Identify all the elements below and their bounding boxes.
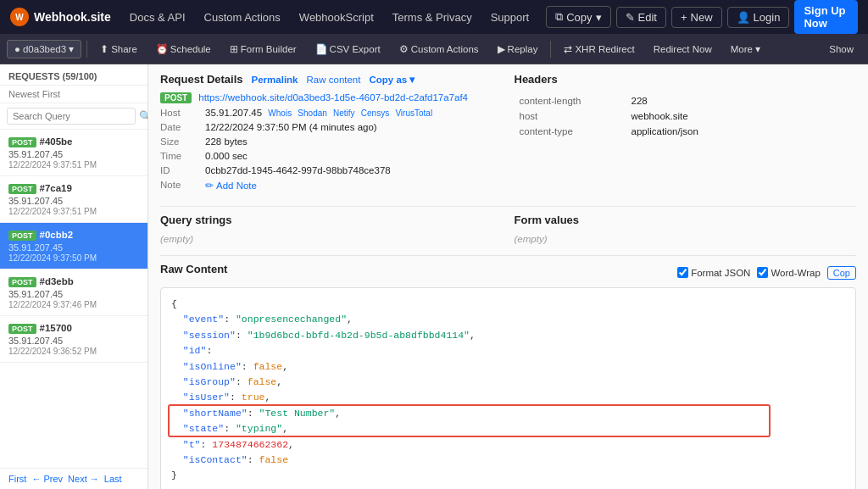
plus-icon: + (681, 11, 687, 24)
query-strings-section: Query strings (empty) (160, 214, 503, 245)
item-ip: 35.91.207.45 (8, 336, 139, 346)
table-row: content-type application/json (516, 125, 855, 138)
add-note-button[interactable]: ✏ Add Note (205, 180, 257, 192)
search-icon: 🔍 (139, 110, 148, 122)
toolbar: ● d0a3bed3 ▾ ⬆ Share ⏰ Schedule ⊞ Form B… (0, 34, 868, 64)
virustotal-link[interactable]: VirusTotal (395, 108, 432, 118)
host-row: Host 35.91.207.45 Whois Shodan Netify Ce… (160, 108, 503, 118)
header-val: 228 (628, 94, 855, 108)
list-item[interactable]: POST#7ca19 35.91.207.45 12/22/2024 9:37:… (0, 176, 147, 223)
chevron-down-icon: ▾ (409, 75, 415, 85)
item-ip: 35.91.207.45 (8, 289, 139, 299)
toolbar-share[interactable]: ⬆ Share (92, 40, 145, 58)
toolbar-separator (86, 41, 87, 58)
copy-icon: ⧉ (555, 10, 563, 24)
json-line: "t": 1734874662362, (171, 437, 845, 453)
share-icon: ⬆ (100, 43, 108, 55)
raw-content-header: Raw Content Format JSON Word-Wrap Cop (160, 263, 856, 282)
edit-button[interactable]: ✎ Edit (616, 7, 666, 28)
item-id: #15700 (40, 323, 72, 333)
toolbar-more[interactable]: More ▾ (723, 40, 768, 58)
brand: W Webhook.site (10, 8, 111, 26)
raw-copy-button[interactable]: Cop (827, 266, 856, 280)
header-key: content-length (516, 94, 626, 108)
next-page-button[interactable]: Next → (68, 474, 99, 484)
search-input[interactable] (7, 108, 136, 125)
content-area: Request Details Permalink Raw content Co… (148, 64, 868, 489)
time-value: 0.000 sec (205, 151, 248, 161)
chevron-down-icon: ▾ (69, 43, 74, 55)
divider (160, 206, 856, 207)
sidebar-search-container: 🔍 (0, 103, 147, 130)
toolbar-webhook-id[interactable]: ● d0a3bed3 ▾ (7, 40, 81, 58)
copy-as-link[interactable]: Copy as ▾ (369, 74, 415, 86)
new-button[interactable]: + New (671, 7, 722, 28)
chevron-down-icon: ▾ (755, 43, 760, 55)
request-details-section: Request Details Permalink Raw content Co… (160, 73, 503, 196)
nav-docs[interactable]: Docs & API (123, 8, 192, 27)
sidebar-sort[interactable]: Newest First (0, 86, 147, 103)
list-item[interactable]: POST#405be 35.91.207.45 12/22/2024 9:37:… (0, 130, 147, 176)
netify-link[interactable]: Netify (333, 108, 355, 118)
nav-support[interactable]: Support (484, 8, 537, 27)
nav-custom-actions[interactable]: Custom Actions (198, 8, 287, 27)
word-wrap-checkbox-label[interactable]: Word-Wrap (757, 267, 820, 278)
format-json-checkbox-label[interactable]: Format JSON (677, 267, 750, 278)
login-button[interactable]: 👤 Login (727, 7, 790, 28)
word-wrap-checkbox[interactable] (757, 267, 768, 278)
form-values-title: Form values (515, 214, 857, 226)
host-label: Host (160, 108, 198, 118)
toolbar-schedule[interactable]: ⏰ Schedule (148, 40, 219, 58)
headers-table: content-length 228 host webhook.site con… (515, 92, 857, 140)
table-row: host webhook.site (516, 109, 855, 123)
item-time: 12/22/2024 9:37:50 PM (8, 253, 139, 263)
raw-content-link[interactable]: Raw content (307, 75, 361, 85)
header-key: content-type (516, 125, 626, 138)
json-line: "id": (171, 343, 845, 358)
form-icon: ⊞ (230, 43, 238, 55)
request-url-link[interactable]: https://webhook.site/d0a3bed3-1d5e-4607-… (198, 92, 468, 103)
toolbar-show[interactable]: Show (821, 41, 861, 58)
json-line: "session": "1b9d6bcd-bbfd-4b2d-9b5d-ab8d… (171, 328, 845, 343)
list-item-selected[interactable]: POST#0cbb2 35.91.207.45 12/22/2024 9:37:… (0, 223, 147, 270)
nav-webhookscript[interactable]: WebhookScript (292, 8, 381, 27)
signup-button[interactable]: Sign Up Now (794, 0, 858, 34)
toolbar-redirect-now[interactable]: Redirect Now (646, 41, 720, 58)
toolbar-xhr-redirect[interactable]: ⇄ XHR Redirect (556, 40, 642, 58)
item-id: #7ca19 (40, 183, 72, 193)
list-item[interactable]: POST#15700 35.91.207.45 12/22/2024 9:36:… (0, 316, 147, 363)
toolbar-csv-export[interactable]: 📄 CSV Export (308, 40, 388, 58)
method-badge: POST (8, 137, 36, 147)
size-label: Size (160, 136, 198, 147)
id-label: ID (160, 165, 198, 175)
nav-terms[interactable]: Terms & Privacy (386, 8, 479, 27)
method-badge: POST (8, 184, 36, 194)
main-layout: REQUESTS (59/100) Newest First 🔍 POST#40… (0, 64, 868, 489)
prev-page-button[interactable]: ← Prev (31, 474, 63, 484)
copy-button[interactable]: ⧉ Copy ▾ (546, 6, 610, 28)
censys-link[interactable]: Censys (361, 108, 389, 118)
toolbar-replay[interactable]: ▶ Replay (490, 40, 546, 58)
first-page-button[interactable]: First (8, 474, 26, 484)
toolbar-form-builder[interactable]: ⊞ Form Builder (222, 40, 304, 58)
time-label: Time (160, 151, 198, 161)
permalink-link[interactable]: Permalink (252, 75, 298, 85)
item-time: 12/22/2024 9:37:46 PM (8, 300, 139, 309)
sidebar: REQUESTS (59/100) Newest First 🔍 POST#40… (0, 64, 148, 489)
toolbar-custom-actions[interactable]: ⚙ Custom Actions (392, 40, 487, 58)
format-json-checkbox[interactable] (677, 267, 688, 278)
request-details-title: Request Details Permalink Raw content Co… (160, 73, 503, 86)
edit-icon: ✎ (626, 11, 635, 24)
last-page-button[interactable]: Last (104, 474, 122, 484)
json-line: "isUser": true, (171, 390, 845, 405)
whois-link[interactable]: Whois (268, 108, 292, 118)
toolbar-separator-2 (550, 41, 551, 58)
brand-logo-icon: W (10, 8, 29, 26)
list-item[interactable]: POST#d3ebb 35.91.207.45 12/22/2024 9:37:… (0, 270, 147, 316)
shodan-link[interactable]: Shodan (298, 108, 326, 118)
json-line: "event": "onpresencechanged", (171, 312, 845, 327)
form-values-value: (empty) (515, 234, 548, 244)
divider-2 (160, 255, 856, 256)
item-time: 12/22/2024 9:36:52 PM (8, 347, 139, 356)
json-line: "isGroup": false, (171, 375, 845, 390)
